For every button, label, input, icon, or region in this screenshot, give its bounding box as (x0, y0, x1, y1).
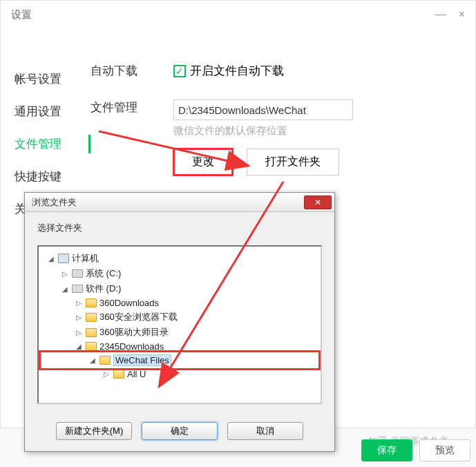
tree-node[interactable]: ◢计算机 (41, 251, 318, 266)
tree-node-label: All U (127, 369, 146, 379)
tree-node[interactable]: ◢软件 (D:) (41, 281, 318, 296)
expand-arrow-icon[interactable]: ▷ (75, 299, 83, 307)
page-footer: 保存 预览 (356, 434, 476, 467)
minimize-icon[interactable]: — (435, 8, 446, 21)
dialog-button-row: 新建文件夹(M) 确定 取消 (25, 414, 334, 451)
checkmark-icon: ✓ (173, 65, 186, 77)
sidebar-item-account[interactable]: 帐号设置 (15, 63, 91, 95)
tree-node[interactable]: ▷系统 (C:) (41, 266, 318, 281)
drive-icon (72, 269, 83, 278)
folder-icon (86, 313, 97, 322)
tree-node-label: 2345Downloads (99, 341, 164, 352)
auto-download-row: 自动下载 ✓ 开启文件自动下载 (91, 63, 434, 79)
file-path-input[interactable]: D:\2345Downloads\WeChat (173, 99, 353, 120)
auto-download-label: 自动下载 (91, 63, 173, 79)
folder-icon (113, 370, 124, 379)
file-mgmt-buttons: 更改 打开文件夹 (173, 149, 353, 175)
folder-icon (86, 298, 97, 307)
tree-node[interactable]: ▷360Downloads (41, 296, 318, 309)
tree-node-label: WeChat Files (113, 354, 171, 366)
tree-node-label: 系统 (C:) (86, 267, 121, 280)
folder-icon (86, 328, 97, 337)
expand-arrow-icon[interactable]: ◢ (75, 343, 83, 350)
change-button[interactable]: 更改 (173, 149, 233, 175)
settings-titlebar: 设置 — × (1, 1, 475, 28)
tree-node[interactable]: ◢WeChat Files (41, 353, 318, 368)
auto-download-checkbox-label: 开启文件自动下载 (190, 63, 284, 79)
new-folder-button[interactable]: 新建文件夹(M) (56, 422, 132, 440)
file-path-hint: 微信文件的默认保存位置 (173, 124, 353, 137)
file-mgmt-row: 文件管理 D:\2345Downloads\WeChat 微信文件的默认保存位置… (91, 99, 434, 175)
ok-button[interactable]: 确定 (142, 422, 218, 440)
dialog-prompt: 选择文件夹 (37, 222, 322, 234)
expand-arrow-icon[interactable]: ▷ (61, 270, 69, 278)
tree-node-label: 360Downloads (99, 298, 159, 308)
dialog-titlebar: 浏览文件夹 ✕ (25, 193, 334, 212)
dialog-title: 浏览文件夹 (32, 196, 77, 209)
close-icon[interactable]: × (459, 8, 465, 21)
open-folder-button[interactable]: 打开文件夹 (247, 149, 339, 175)
browse-folder-dialog: 浏览文件夹 ✕ 选择文件夹 ◢计算机▷系统 (C:)◢软件 (D:)▷360Do… (24, 192, 335, 452)
sidebar-item-general[interactable]: 通用设置 (15, 95, 91, 128)
file-mgmt-label: 文件管理 (91, 99, 173, 175)
computer-icon (58, 254, 69, 263)
expand-arrow-icon[interactable]: ◢ (61, 285, 69, 293)
drive-icon (72, 285, 83, 293)
tree-node-label: 360驱动大师目录 (99, 326, 169, 339)
expand-arrow-icon[interactable]: ◢ (47, 255, 55, 263)
tree-node-label: 计算机 (72, 252, 99, 265)
tree-node[interactable]: ▷360驱动大师目录 (41, 325, 318, 340)
folder-icon (86, 342, 97, 351)
sidebar-item-files[interactable]: 文件管理 (15, 128, 91, 160)
dialog-close-button[interactable]: ✕ (304, 196, 332, 209)
sidebar-item-shortcuts[interactable]: 快捷按键 (15, 160, 91, 193)
tree-node-label: 软件 (D:) (86, 283, 121, 295)
tree-node[interactable]: ▷All U (41, 368, 318, 381)
expand-arrow-icon[interactable]: ▷ (75, 314, 83, 321)
settings-title: 设置 (11, 8, 32, 21)
auto-download-checkbox-wrap[interactable]: ✓ 开启文件自动下载 (173, 63, 284, 79)
expand-arrow-icon[interactable]: ◢ (88, 356, 97, 364)
file-mgmt-controls: D:\2345Downloads\WeChat 微信文件的默认保存位置 更改 打… (173, 99, 353, 175)
dialog-body: 选择文件夹 ◢计算机▷系统 (C:)◢软件 (D:)▷360Downloads▷… (25, 212, 334, 414)
tree-node[interactable]: ◢2345Downloads (41, 340, 318, 353)
footer-preview-button[interactable]: 预览 (419, 439, 470, 461)
footer-save-button[interactable]: 保存 (361, 439, 412, 461)
folder-tree[interactable]: ◢计算机▷系统 (C:)◢软件 (D:)▷360Downloads▷360安全浏… (37, 245, 322, 404)
tree-node-label: 360安全浏览器下载 (99, 311, 178, 323)
expand-arrow-icon[interactable]: ▷ (75, 329, 83, 336)
window-controls: — × (435, 8, 465, 21)
folder-icon (99, 356, 111, 365)
expand-arrow-icon[interactable]: ▷ (102, 370, 111, 378)
tree-node[interactable]: ▷360安全浏览器下载 (41, 309, 318, 325)
cancel-button[interactable]: 取消 (227, 422, 303, 440)
